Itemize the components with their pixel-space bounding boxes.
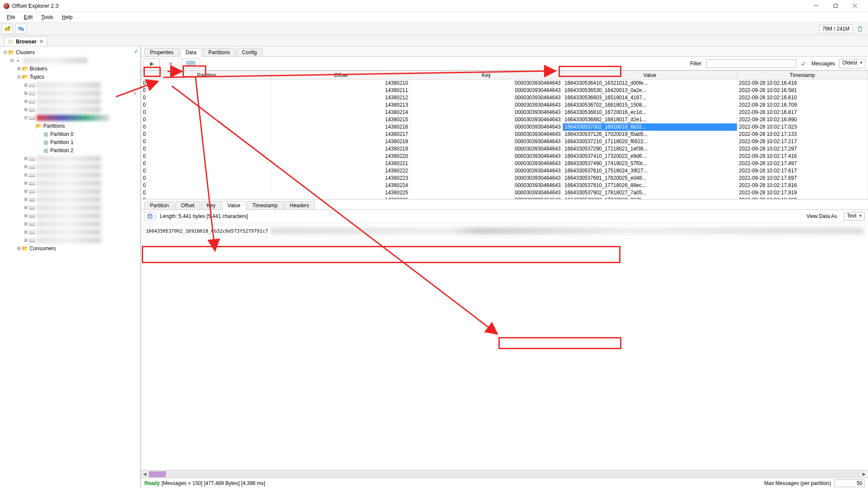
svg-rect-11 xyxy=(149,214,151,216)
dtab-timestamp[interactable]: Timestamp xyxy=(247,201,283,210)
tree-topic-item[interactable] xyxy=(37,156,101,161)
tree-topic-item[interactable] xyxy=(37,205,101,210)
tree-topic-item[interactable] xyxy=(37,91,101,96)
tree-partition-1[interactable]: Partition 1 xyxy=(50,139,73,145)
browser-tab-label: Browser xyxy=(16,39,37,45)
save-value-button[interactable] xyxy=(144,212,156,221)
view-data-as-select[interactable]: Text xyxy=(844,212,865,221)
table-row[interactable]: 01438022100003039304646431664330537490_1… xyxy=(141,160,868,167)
table-row[interactable]: 01438022600003039304646431664330538002_1… xyxy=(141,196,868,200)
tree-topic-item[interactable] xyxy=(37,221,101,227)
value-preview[interactable]: 1664330537002_16918018_6b32c6d573f527979… xyxy=(144,224,865,238)
gc-button[interactable] xyxy=(855,24,865,34)
table-row[interactable]: 01438021600003039304646431664330537002_1… xyxy=(141,123,868,131)
tree-topic-item[interactable] xyxy=(37,197,101,202)
value-text: 1664330537002_16918018_6b32c6d573f527979… xyxy=(146,228,268,234)
table-row[interactable]: 01438021200003039304646431664330536603_1… xyxy=(141,94,868,101)
maximize-button[interactable] xyxy=(826,0,845,12)
dtab-partition[interactable]: Partition xyxy=(144,201,174,210)
tree-partition-2[interactable]: Partition 2 xyxy=(50,147,73,153)
table-row[interactable]: 01438022500003039304646431664330537902_1… xyxy=(141,189,868,196)
scroll-right-icon[interactable]: ▶ xyxy=(860,472,868,476)
menu-edit[interactable]: Edit xyxy=(19,13,37,21)
tree-topic-selected[interactable] xyxy=(37,115,110,121)
col-key[interactable]: Key xyxy=(410,71,562,80)
tree-topic-item[interactable] xyxy=(37,107,101,112)
tree-topic-item[interactable] xyxy=(37,83,101,88)
table-row[interactable]: 01438021700003039304646431664330537126_1… xyxy=(141,131,868,138)
col-timestamp[interactable]: Timestamp xyxy=(737,71,868,80)
cluster-tree[interactable]: ⊟📂Clusters ⊟● ⊞📂Brokers ⊟📂Topics ⊞📖 ⊞📖v … xyxy=(1,48,140,252)
table-row[interactable]: 01438021000003039304646431664330536410_1… xyxy=(141,80,868,87)
tree-partition-0[interactable]: Partition 0 xyxy=(50,131,73,137)
view-button[interactable] xyxy=(181,58,200,69)
dtab-key[interactable]: Key xyxy=(201,201,221,210)
right-pane: Properties Data Partitions Config ▶ ■ Fi… xyxy=(141,46,868,488)
tree-topic-item[interactable] xyxy=(37,238,101,243)
tree-topic-item[interactable] xyxy=(37,181,101,186)
table-row[interactable]: 01438022200003039304646431664330537610_1… xyxy=(141,167,868,175)
tree-consumers[interactable]: Consumers xyxy=(30,246,56,252)
table-row[interactable]: 01438021300003039304646431664330536702_1… xyxy=(141,101,868,109)
browser-tab[interactable]: 🗀 Browser ✕ xyxy=(4,37,48,46)
col-offset[interactable]: Offset xyxy=(272,71,410,80)
apply-filter-icon[interactable]: ↲ xyxy=(801,60,806,67)
tree-topic-item[interactable] xyxy=(37,230,101,235)
main-toolbar: 79M / 241M xyxy=(0,22,868,35)
table-row[interactable]: 01438021400003039304646431664330536810_1… xyxy=(141,109,868,116)
scroll-left-icon[interactable]: ◀ xyxy=(141,472,149,476)
app-title: Offset Explorer 2.3 xyxy=(12,3,58,9)
filter-input[interactable] xyxy=(706,59,796,68)
new-connection-button[interactable] xyxy=(2,24,13,34)
dtab-offset[interactable]: Offset xyxy=(175,201,200,210)
dtab-headers[interactable]: Headers xyxy=(284,201,315,210)
menu-tools[interactable]: Tools xyxy=(37,13,58,21)
tab-data[interactable]: Data xyxy=(180,48,202,57)
close-button[interactable] xyxy=(845,0,865,12)
tab-config[interactable]: Config xyxy=(236,48,263,57)
table-row[interactable]: 01438022400003039304646431664330537810_1… xyxy=(141,182,868,189)
minimize-button[interactable] xyxy=(807,0,826,12)
tree-cluster-item[interactable] xyxy=(23,58,87,63)
table-row[interactable]: 01438022000003039304646431664330537410_1… xyxy=(141,153,868,160)
col-partition[interactable]: Partition xyxy=(141,71,272,80)
table-row[interactable]: 01438021900003039304646431664330537290_1… xyxy=(141,145,868,153)
tree-partitions[interactable]: Partitions xyxy=(43,123,65,129)
filter-label: Filter xyxy=(690,61,702,67)
messages-table-wrap[interactable]: Partition Offset Key Value Timestamp 014… xyxy=(141,71,868,199)
max-messages-label: Max Messages (per partition) xyxy=(764,480,831,486)
tree-topics[interactable]: Topics xyxy=(30,74,44,80)
tree-brokers[interactable]: Brokers xyxy=(30,66,47,72)
col-value[interactable]: Value xyxy=(562,71,737,80)
browser-tab-close[interactable]: ✕ xyxy=(39,38,44,45)
tree-topic-item[interactable] xyxy=(37,164,101,169)
tab-partitions[interactable]: Partitions xyxy=(203,48,235,57)
messages-mode-select[interactable]: Oldest xyxy=(839,59,865,68)
tree-topic-item[interactable] xyxy=(37,213,101,218)
detail-tabs: Partition Offset Key Value Timestamp Hea… xyxy=(141,199,868,210)
table-row[interactable]: 01438022300003039304646431664330537691_1… xyxy=(141,175,868,182)
run-button[interactable]: ▶ xyxy=(144,58,160,69)
table-row[interactable]: 01438021800003039304646431664330537210_1… xyxy=(141,138,868,145)
horizontal-scrollbar[interactable]: ◀ ▶ xyxy=(141,470,868,478)
menu-file[interactable]: File xyxy=(3,13,19,21)
messages-table[interactable]: Partition Offset Key Value Timestamp 014… xyxy=(141,71,868,199)
table-row[interactable]: 01438021100003039304646431664330536530_1… xyxy=(141,87,868,94)
max-messages-input[interactable] xyxy=(834,479,865,487)
menu-help[interactable]: Help xyxy=(58,13,77,21)
status-ready: Ready xyxy=(144,480,160,486)
scroll-thumb[interactable] xyxy=(149,471,166,477)
title-bar: Offset Explorer 2.3 xyxy=(0,0,868,12)
dtab-value[interactable]: Value xyxy=(222,201,246,210)
tab-properties[interactable]: Properties xyxy=(144,48,179,57)
tree-topic-item[interactable] xyxy=(37,189,101,194)
collapse-icon[interactable]: ↲ xyxy=(134,48,138,54)
tree-clusters[interactable]: Clusters xyxy=(16,49,35,55)
stop-button[interactable]: ■ xyxy=(162,58,179,69)
data-toolbar: ▶ ■ Filter ↲ Messages Oldest xyxy=(141,57,868,71)
add-topic-button[interactable] xyxy=(15,24,27,34)
tree-topic-item[interactable] xyxy=(37,172,101,178)
table-row[interactable]: 01438021500003039304646431664330536882_1… xyxy=(141,116,868,123)
tree-topic-item[interactable] xyxy=(37,99,101,104)
menu-bar: File Edit Tools Help xyxy=(0,12,868,22)
